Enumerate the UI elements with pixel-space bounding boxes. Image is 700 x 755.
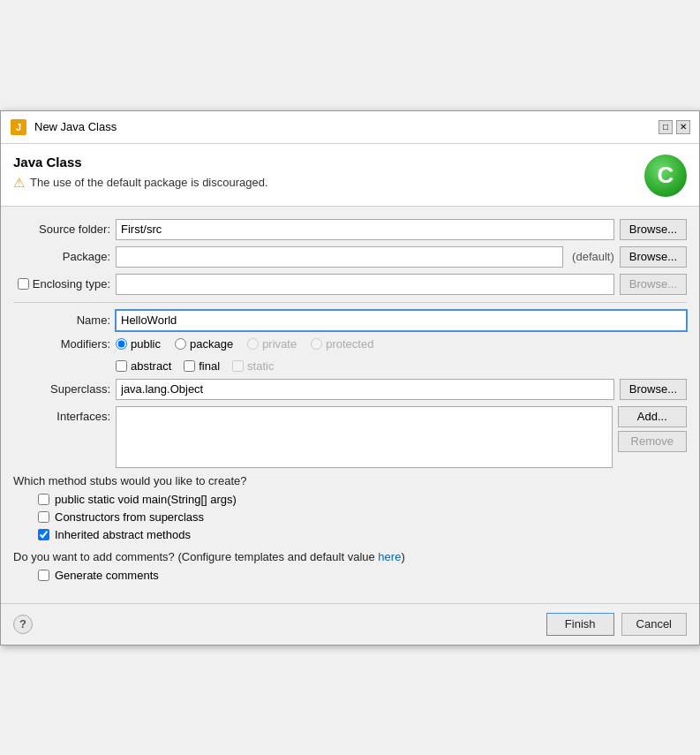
package-row: Package: (default) Browse... (13, 246, 687, 268)
help-button[interactable]: ? (13, 615, 33, 634)
warning-row: ⚠ The use of the default package is disc… (13, 175, 268, 191)
stubs-main[interactable]: public static void main(String[] args) (38, 493, 687, 506)
stubs-main-label: public static void main(String[] args) (55, 493, 237, 506)
package-label: Package: (13, 250, 110, 263)
header-title: Java Class (13, 155, 268, 170)
title-bar: J New Java Class □ ✕ (1, 111, 699, 144)
interfaces-add-button[interactable]: Add... (618, 406, 687, 427)
separator-1 (13, 302, 687, 303)
enclosing-type-row: Enclosing type: Browse... (13, 274, 687, 295)
modifier-package-radio[interactable] (175, 338, 186, 350)
modifier-final-checkbox[interactable] (184, 360, 195, 372)
modifier-public[interactable]: public (116, 337, 161, 351)
modifiers-row: Modifiers: public package private (13, 337, 687, 373)
source-folder-row: Source folder: Browse... (13, 219, 687, 240)
modifier-protected-radio[interactable] (311, 338, 322, 350)
interfaces-label: Interfaces: (13, 406, 110, 423)
stubs-inherited-checkbox[interactable] (38, 529, 49, 540)
enclosing-type-label: Enclosing type: (13, 277, 110, 291)
generate-comments-checkbox[interactable] (38, 570, 49, 581)
package-browse-button[interactable]: Browse... (620, 246, 687, 268)
modifier-abstract[interactable]: abstract (116, 359, 171, 373)
name-label: Name: (13, 313, 110, 327)
comments-checkbox-row: Generate comments (38, 569, 687, 582)
stubs-inherited[interactable]: Inherited abstract methods (38, 528, 687, 541)
logo-icon: C (644, 155, 687, 197)
new-java-class-dialog: J New Java Class □ ✕ Java Class ⚠ The us… (0, 110, 700, 646)
modifier-protected[interactable]: protected (311, 337, 373, 351)
comments-link[interactable]: here (378, 550, 401, 563)
comments-section: Do you want to add comments? (Configure … (13, 550, 687, 582)
stubs-title: Which method stubs would you like to cre… (13, 474, 687, 487)
footer-right: Finish Cancel (546, 613, 687, 636)
interfaces-row: Interfaces: Add... Remove (13, 406, 687, 468)
interfaces-remove-button[interactable]: Remove (618, 431, 687, 452)
dialog-header: Java Class ⚠ The use of the default pack… (1, 144, 699, 207)
enclosing-type-input[interactable] (116, 274, 614, 295)
stubs-constructors[interactable]: Constructors from superclass (38, 510, 687, 524)
stubs-constructors-checkbox[interactable] (38, 511, 49, 523)
modifier-static[interactable]: static (232, 359, 274, 373)
modifier-private[interactable]: private (247, 337, 297, 351)
stubs-checkboxes: public static void main(String[] args) C… (38, 493, 687, 541)
title-controls: □ ✕ (659, 120, 690, 134)
stubs-main-checkbox[interactable] (38, 494, 49, 505)
modifier-package[interactable]: package (175, 337, 233, 351)
warning-text: The use of the default package is discou… (30, 176, 268, 189)
minimize-button[interactable]: □ (659, 120, 673, 134)
interfaces-input[interactable] (116, 406, 613, 468)
superclass-browse-button[interactable]: Browse... (620, 379, 687, 400)
modifiers-checkbox-group: abstract final static (116, 359, 274, 373)
generate-comments-label: Generate comments (55, 569, 159, 582)
enclosing-type-browse-button[interactable]: Browse... (620, 274, 687, 295)
name-input[interactable] (116, 310, 687, 331)
source-folder-label: Source folder: (13, 223, 110, 236)
modifier-private-radio[interactable] (247, 338, 259, 350)
modifier-static-checkbox[interactable] (232, 360, 244, 372)
interfaces-buttons: Add... Remove (618, 406, 687, 452)
dialog-footer: ? Finish Cancel (1, 603, 699, 645)
header-left: Java Class ⚠ The use of the default pack… (13, 155, 268, 191)
dialog-body: Source folder: Browse... Package: (defau… (1, 207, 699, 603)
modifier-abstract-checkbox[interactable] (116, 360, 127, 372)
stubs-constructors-label: Constructors from superclass (55, 510, 204, 524)
footer-left: ? (13, 615, 33, 634)
modifiers-label: Modifiers: (13, 337, 110, 351)
source-folder-input[interactable] (116, 219, 614, 240)
warning-icon: ⚠ (13, 175, 25, 191)
name-row: Name: (13, 310, 687, 331)
dialog-icon: J (10, 118, 27, 136)
superclass-row: Superclass: Browse... (13, 379, 687, 400)
superclass-input[interactable] (116, 379, 614, 400)
stubs-section: Which method stubs would you like to cre… (13, 474, 687, 541)
superclass-label: Superclass: (13, 382, 110, 396)
close-button[interactable]: ✕ (676, 120, 690, 134)
comments-generate[interactable]: Generate comments (38, 569, 159, 582)
cancel-button[interactable]: Cancel (621, 613, 687, 636)
enclosing-type-checkbox[interactable] (18, 278, 29, 290)
modifiers-radio-group: public package private protected (116, 337, 373, 351)
finish-button[interactable]: Finish (546, 613, 614, 636)
source-folder-browse-button[interactable]: Browse... (620, 219, 687, 240)
comments-title: Do you want to add comments? (Configure … (13, 550, 687, 563)
svg-text:J: J (16, 122, 21, 132)
stubs-inherited-label: Inherited abstract methods (55, 528, 191, 541)
modifier-final[interactable]: final (184, 359, 220, 373)
default-text: (default) (572, 250, 614, 263)
dialog-title: New Java Class (34, 120, 651, 133)
modifier-public-radio[interactable] (116, 338, 127, 350)
package-input[interactable] (116, 246, 563, 268)
